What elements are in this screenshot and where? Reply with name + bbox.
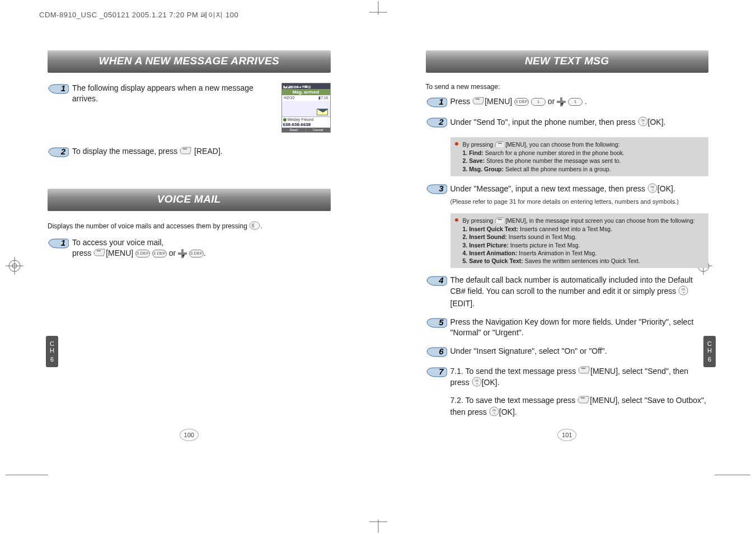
step-6: 6 Under "Insert Signature", select "On" … [426, 346, 709, 358]
softkey-left-icon [495, 217, 504, 225]
ok-key-icon [647, 183, 658, 196]
ok-key-icon [638, 116, 648, 129]
step-bullet-icon: 1 [426, 96, 447, 109]
step-bullet-icon: 1 [48, 237, 69, 250]
info-box-send-to: By pressing [MENU], you can choose from … [450, 137, 709, 176]
page-number: 101 [557, 429, 576, 441]
softkey-left-icon [495, 141, 504, 149]
nav-down-icon: ▼ [557, 97, 566, 106]
info-box-message: By pressing [MENU], in the message input… [450, 213, 709, 268]
edge-line [6, 475, 48, 475]
step-bullet-icon: 5 [426, 317, 447, 329]
key-3-icon: 3 DEF [152, 250, 167, 257]
step-5: 5 Press the Navigation Key down for more… [426, 317, 709, 338]
step-3: 3 Under "Message", input a new text mess… [426, 183, 709, 205]
step-2: 2 Under "Send To", input the phone numbe… [426, 116, 709, 129]
bullet-dot-icon [455, 218, 458, 222]
phone-screen-mock: ▮◢◪▦▤◉▲❄☎▥ Msg. arrived ✉2/10▮7:16 Wesle… [281, 83, 331, 133]
key-3-icon: 3 DEF [189, 250, 204, 257]
step-text: The default call back number is automati… [450, 275, 709, 309]
doc-header: CDM-8910_USC _050121 2005.1.21 7:20 PM 페… [39, 10, 238, 20]
ok-key-icon [472, 377, 482, 390]
step-text: Under "Send To", input the phone number,… [450, 116, 709, 129]
section-header-new-msg: WHEN A NEW MESSAGE ARRIVES [48, 50, 331, 73]
intro-text: To send a new message: [426, 83, 709, 91]
ok-key-icon [489, 406, 499, 419]
step-text: Under "Message", input a new text messag… [450, 183, 709, 205]
step-1: 1 Press [MENU] 3 DEF 1 or ▼ 1 . [426, 96, 709, 109]
edge-line [715, 475, 750, 475]
step-text: To display the message, press [READ]. [72, 146, 331, 157]
step-2: 2 To display the message, press [READ]. [48, 146, 331, 158]
step-text: 7.1. To send the text message press [MEN… [450, 366, 709, 419]
step-bullet-icon: 7 [426, 366, 447, 378]
cropmark-bottom [369, 518, 387, 533]
step-text: Under "Insert Signature", select "On" or… [450, 346, 709, 357]
send-key-icon [249, 221, 260, 232]
step-4: 4 The default call back number is automa… [426, 275, 709, 309]
step-text: To access your voice mail, press [MENU] … [72, 237, 331, 259]
chapter-tab: CH6 [703, 336, 716, 367]
voicemail-intro: Displays the number of voice mails and a… [48, 221, 331, 232]
step-bullet-icon: 2 [48, 146, 69, 158]
page-101: NEW TEXT MSG To send a new message: 1 Pr… [378, 22, 757, 449]
section-header-new-text: NEW TEXT MSG [426, 50, 709, 73]
ok-key-icon [678, 285, 688, 298]
step-subnote: (Please refer to page 31 for more detail… [450, 198, 709, 205]
cropmark-top [369, 1, 387, 16]
key-3-icon: 3 DEF [514, 98, 529, 106]
page-number: 100 [180, 429, 199, 441]
softkey-left-icon [472, 97, 485, 107]
step-1: 1 The following display appears when a n… [48, 83, 331, 133]
vm-step-1: 1 To access your voice mail, press [MENU… [48, 237, 331, 259]
step-text: Press the Navigation Key down for more f… [450, 317, 709, 338]
step-bullet-icon: 6 [426, 346, 447, 358]
page-100: WHEN A NEW MESSAGE ARRIVES 1 The followi… [0, 22, 378, 449]
step-7: 7 7.1. To send the text message press [M… [426, 366, 709, 419]
key-3-icon: 3 DEF [135, 250, 150, 257]
step-bullet-icon: 2 [426, 116, 447, 129]
step-text: The following display appears when a new… [72, 83, 274, 104]
key-1-icon: 1 [531, 98, 546, 106]
nav-down-icon: ▼ [178, 249, 187, 258]
step-text: Press [MENU] 3 DEF 1 or ▼ 1 . [450, 96, 709, 107]
softkey-left-icon [93, 249, 106, 259]
section-header-voicemail: VOICE MAIL [48, 189, 331, 211]
step-bullet-icon: 3 [426, 183, 447, 195]
softkey-left-icon [180, 147, 192, 157]
softkey-left-icon [577, 396, 590, 406]
step-bullet-icon: 1 [48, 83, 69, 95]
key-1-icon: 1 [568, 98, 583, 106]
chapter-tab: CH6 [46, 336, 58, 367]
softkey-left-icon [578, 366, 590, 377]
step-bullet-icon: 4 [426, 275, 447, 287]
bullet-dot-icon [455, 142, 458, 146]
